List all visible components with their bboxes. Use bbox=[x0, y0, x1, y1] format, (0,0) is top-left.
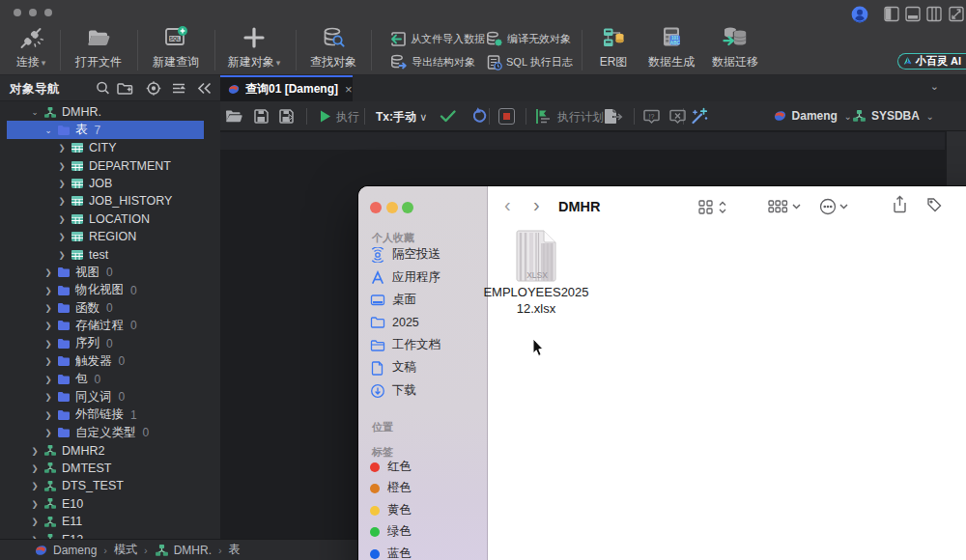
svg-text:SQL: SQL bbox=[169, 36, 181, 42]
svg-text:XLSX: XLSX bbox=[526, 270, 548, 280]
svg-text:ABC: ABC bbox=[670, 41, 681, 45]
svg-text:!?: !? bbox=[649, 113, 655, 120]
